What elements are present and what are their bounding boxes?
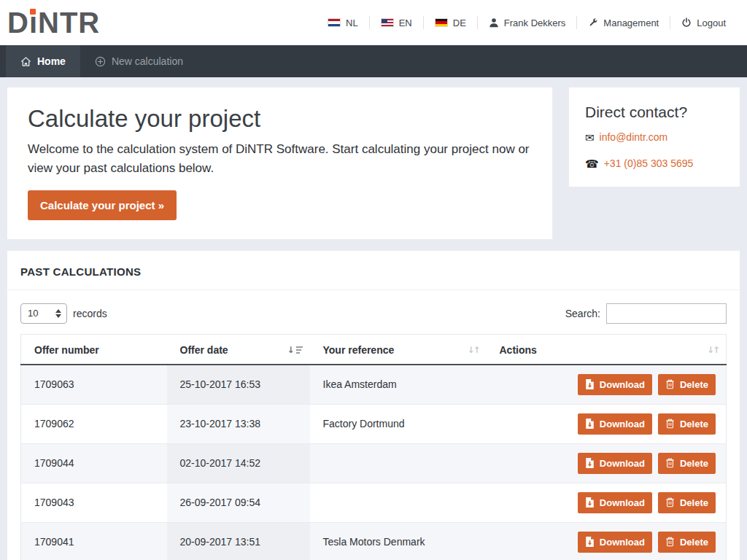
offer-number-cell: 1709062 [21,404,167,443]
search-box: Search: [565,303,727,324]
column-offer-number[interactable]: Offer number [21,334,167,365]
top-bar: DıNTR NL EN DE Frank Dekkers [0,0,747,45]
plus-circle-icon [95,56,106,67]
search-label: Search: [565,308,600,319]
management-menu[interactable]: Management [576,16,670,29]
table-row: 170906223-10-2017 13:38Factory DortmundD… [21,404,727,443]
records-per-page-select[interactable]: 10 [20,303,67,324]
nav-tab-new-calculation[interactable]: New calculation [80,45,198,77]
file-download-icon [585,419,595,429]
delete-button[interactable]: Delete [658,453,716,474]
delete-button[interactable]: Delete [658,532,716,553]
column-offer-date[interactable]: Offer date ↓ [167,334,310,365]
welcome-text: Welcome to the calculation system of DiN… [28,140,532,179]
management-label: Management [603,18,659,28]
offer-number-cell: 1709041 [21,522,167,560]
language-de[interactable]: DE [423,16,477,29]
trash-icon [665,497,675,508]
select-stepper-icon [55,309,61,318]
contact-title: Direct contact? [585,104,724,121]
table-row: 170904120-09-2017 13:51Tesla Motors Denm… [21,522,727,560]
past-calculations-table: Offer number Offer date ↓ Your ref [20,334,727,560]
offer-number-cell: 1709063 [21,365,167,405]
sort-unsorted-icon: ↓↑ [707,345,719,355]
records-label: records [73,308,107,319]
contact-phone-link[interactable]: +31 (0)85 303 5695 [604,158,694,169]
language-en-label: EN [399,18,412,28]
nav-tab-home[interactable]: Home [6,45,80,77]
language-nl[interactable]: NL [317,16,369,29]
records-select-value: 10 [28,308,38,319]
download-button[interactable]: Download [578,413,652,435]
reference-cell [310,443,487,483]
offer-date-cell: 23-10-2017 13:38 [167,404,310,443]
page-title: Calculate your project [28,105,532,133]
table-row: 170904326-09-2017 09:54DownloadDelete [21,483,727,522]
trash-icon [665,419,675,429]
logout-label: Logout [697,18,726,28]
hero-card: Calculate your project Welcome to the ca… [7,88,552,239]
panel-header: PAST CALCULATIONS [7,251,740,290]
delete-button[interactable]: Delete [658,492,716,513]
language-de-label: DE [453,18,466,28]
trash-icon [665,379,675,389]
contact-card: Direct contact? ✉ info@dintr.com ☎ +31 (… [569,88,740,187]
reference-cell: Ikea Amsterdam [310,365,487,405]
logo-letter-i: ı [29,8,38,37]
download-button[interactable]: Download [578,492,652,513]
contact-email-row: ✉ info@dintr.com [585,131,724,143]
delete-button[interactable]: Delete [658,413,716,435]
main-nav: Home New calculation [0,45,747,77]
table-row: 170906325-10-2017 16:53Ikea AmsterdamDow… [21,365,727,405]
header-menu: NL EN DE Frank Dekkers [317,10,737,35]
actions-cell: DownloadDelete [487,443,727,483]
past-calculations-panel: PAST CALCULATIONS 10 records Search: [7,251,740,560]
column-actions[interactable]: Actions ↓↑ [487,334,727,365]
language-en[interactable]: EN [369,16,423,29]
brand-logo[interactable]: DıNTR [7,8,100,37]
logo-letter-d: D [7,8,29,37]
envelope-icon: ✉ [585,132,595,143]
contact-email-link[interactable]: info@dintr.com [600,131,668,143]
panel-title: PAST CALCULATIONS [20,265,727,278]
column-your-reference[interactable]: Your reference ↓↑ [310,334,487,365]
wrench-icon [588,18,598,28]
table-row: 170904402-10-2017 14:52DownloadDelete [21,443,727,483]
offer-number-cell: 1709043 [21,483,167,522]
home-icon [20,56,31,67]
download-button[interactable]: Download [578,453,652,474]
sort-desc-icon: ↓ [287,345,302,355]
file-download-icon [585,537,595,547]
logout-menu[interactable]: Logout [670,16,737,29]
language-nl-label: NL [346,18,358,28]
user-icon [489,18,499,28]
power-icon [681,18,692,28]
actions-cell: DownloadDelete [487,365,727,405]
contact-phone-row: ☎ +31 (0)85 303 5695 [585,158,724,169]
file-download-icon [585,497,595,508]
search-input[interactable] [606,303,727,324]
offer-date-cell: 25-10-2017 16:53 [167,365,310,405]
actions-cell: DownloadDelete [487,483,727,522]
download-button[interactable]: Download [578,532,652,553]
reference-cell: Factory Dortmund [310,404,487,443]
actions-cell: DownloadDelete [487,404,727,443]
calculate-project-button[interactable]: Calculate your project » [28,190,177,220]
nav-home-label: Home [37,55,66,67]
download-button[interactable]: Download [578,374,652,395]
user-name-label: Frank Dekkers [504,18,566,28]
panel-body: 10 records Search: Offer number [7,290,740,560]
nl-flag-icon [328,18,341,27]
delete-button[interactable]: Delete [658,374,716,395]
logo-letters-ntr: NTR [38,8,100,37]
user-menu[interactable]: Frank Dekkers [477,16,577,29]
phone-icon: ☎ [585,158,599,169]
file-download-icon [585,458,595,468]
offer-date-cell: 20-09-2017 13:51 [167,522,310,560]
offer-date-cell: 02-10-2017 14:52 [167,443,310,483]
de-flag-icon [435,18,448,27]
records-per-page: 10 records [20,303,107,324]
offer-date-cell: 26-09-2017 09:54 [167,483,310,522]
reference-cell [310,483,487,522]
trash-icon [665,458,675,468]
